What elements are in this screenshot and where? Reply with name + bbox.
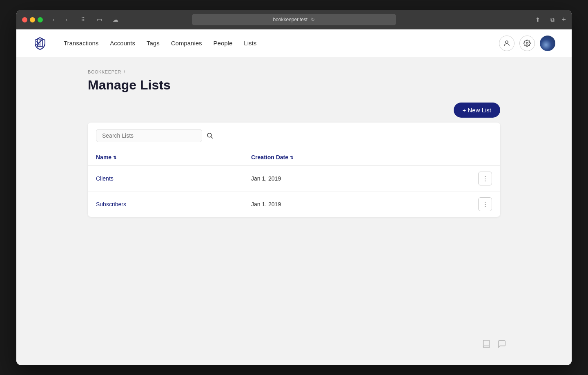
avatar[interactable] (540, 36, 555, 51)
row-subscribers-more-button[interactable]: ⋮ (478, 197, 492, 211)
reload-icon: ↻ (311, 17, 315, 22)
nav-people[interactable]: People (214, 40, 233, 47)
main-nav: Transactions Accounts Tags Companies Peo… (64, 40, 486, 47)
column-date-header[interactable]: Creation Date ⇅ (251, 154, 478, 161)
share-button[interactable]: ⬆ (532, 15, 543, 24)
nav-lists[interactable]: Lists (244, 40, 256, 47)
new-tab-button[interactable]: + (561, 16, 566, 24)
nav-right (499, 36, 555, 51)
nav-tags[interactable]: Tags (147, 40, 160, 47)
avatar-image (540, 36, 555, 51)
row-subscribers-date: Jan 1, 2019 (251, 201, 478, 208)
svg-line-4 (211, 137, 213, 138)
table-header: Name ⇅ Creation Date ⇅ (88, 149, 500, 166)
logo[interactable] (33, 36, 47, 51)
footer-book-icon[interactable] (482, 339, 491, 350)
nav-arrows: ‹ › (48, 15, 72, 24)
lists-card: Name ⇅ Creation Date ⇅ Clients Jan 1, 20… (88, 123, 500, 217)
name-sort-icon: ⇅ (113, 155, 116, 160)
nav-transactions[interactable]: Transactions (64, 40, 98, 47)
date-sort-icon: ⇅ (290, 155, 293, 160)
svg-point-2 (526, 42, 528, 44)
breadcrumb-parent: BOOKKEEPER (88, 69, 121, 74)
duplicate-button[interactable]: ⧉ (547, 15, 558, 24)
settings-icon-button[interactable] (519, 36, 535, 51)
row-clients-name[interactable]: Clients (96, 175, 251, 182)
browser-actions: ⬆ ⧉ + (532, 15, 566, 24)
url-text: bookkeeper.test (273, 17, 307, 22)
address-bar[interactable]: bookkeeper.test ↻ (192, 14, 396, 25)
table-row: Clients Jan 1, 2019 ⋮ (88, 166, 500, 192)
svg-point-3 (207, 133, 212, 137)
svg-point-1 (506, 41, 508, 43)
nav-companies[interactable]: Companies (171, 40, 202, 47)
column-name-header[interactable]: Name ⇅ (96, 154, 251, 161)
user-icon-button[interactable] (499, 36, 514, 51)
maximize-button[interactable] (38, 17, 43, 22)
grid-button[interactable]: ⠿ (77, 15, 89, 24)
main-content: BOOKKEEPER / Manage Lists + New List (16, 57, 572, 229)
search-button[interactable] (206, 132, 214, 139)
footer-chat-icon[interactable] (497, 339, 506, 350)
footer-icons (482, 339, 506, 350)
breadcrumb: BOOKKEEPER / (88, 69, 500, 74)
forward-button[interactable]: › (61, 15, 72, 24)
nav-accounts[interactable]: Accounts (110, 40, 135, 47)
minimize-button[interactable] (30, 17, 35, 22)
row-clients-more-button[interactable]: ⋮ (478, 172, 492, 185)
cloud-button[interactable]: ☁ (110, 15, 121, 24)
page-content: Transactions Accounts Tags Companies Peo… (16, 29, 572, 365)
new-list-button[interactable]: + New List (454, 103, 500, 118)
close-button[interactable] (22, 17, 27, 22)
nav-header: Transactions Accounts Tags Companies Peo… (16, 29, 572, 57)
table-row: Subscribers Jan 1, 2019 ⋮ (88, 192, 500, 217)
action-row: + New List (88, 103, 500, 118)
back-button[interactable]: ‹ (48, 15, 59, 24)
sidebar-button[interactable]: ▭ (94, 15, 105, 24)
traffic-lights (22, 17, 43, 22)
row-subscribers-name[interactable]: Subscribers (96, 201, 251, 208)
search-row (88, 123, 500, 149)
search-input[interactable] (96, 129, 202, 142)
browser-chrome: ‹ › ⠿ ▭ ☁ bookkeeper.test ↻ ⬆ ⧉ + (16, 10, 572, 29)
breadcrumb-separator: / (124, 69, 125, 74)
row-clients-date: Jan 1, 2019 (251, 175, 478, 182)
page-title: Manage Lists (88, 78, 500, 93)
